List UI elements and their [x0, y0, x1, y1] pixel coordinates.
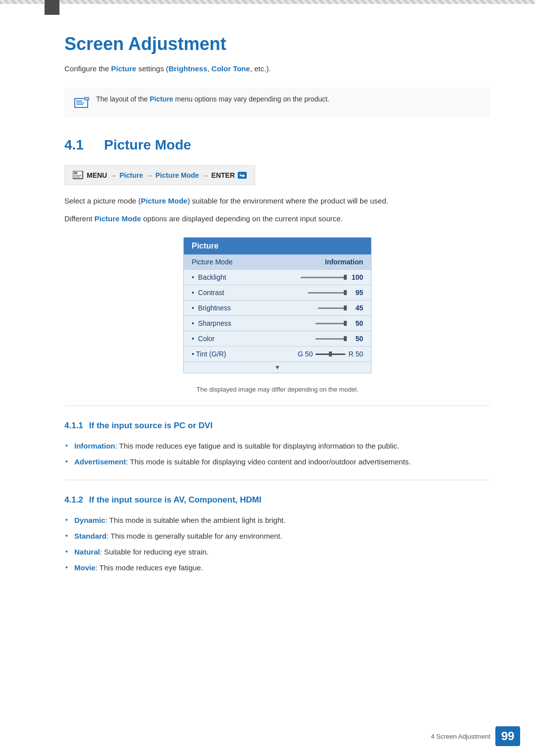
picture-ui-wrapper: Picture Picture Mode Information • Backl… — [64, 237, 490, 373]
picture-mode-row: Picture Mode Information — [184, 254, 371, 270]
term-movie: Movie — [74, 563, 96, 572]
footer: 4 Screen Adjustment 99 — [431, 726, 520, 746]
menu-arrow-2: → — [146, 172, 153, 179]
footer-section-text: 4 Screen Adjustment — [431, 733, 490, 740]
menu-path-menu: MENU — [87, 171, 107, 179]
svg-rect-4 — [76, 104, 83, 105]
svg-rect-9 — [74, 175, 82, 176]
color-value: 50 — [349, 335, 363, 343]
subtitle-colortone-bold: Color Tone — [212, 64, 250, 73]
brightness-label: • Brightness — [192, 304, 231, 312]
picture-ui-box: Picture Picture Mode Information • Backl… — [183, 237, 372, 373]
body-text-1: Select a picture mode (Picture Mode) sui… — [64, 195, 490, 207]
note-box: The layout of the Picture menu options m… — [64, 88, 490, 117]
subsection-2-number: 4.1.2 — [64, 495, 83, 505]
list-item-dynamic: Dynamic: This mode is suitable when the … — [64, 512, 490, 528]
list-item-movie: Movie: This mode reduces eye fatigue. — [64, 560, 490, 576]
body-picturemode-2: Picture Mode — [95, 214, 141, 223]
top-bar-accent — [45, 0, 59, 15]
svg-rect-3 — [76, 102, 84, 103]
tint-slider — [316, 353, 345, 355]
section-heading: 4.1 Picture Mode — [64, 137, 490, 153]
divider-1 — [64, 405, 490, 406]
list-item-standard: Standard: This mode is generally suitabl… — [64, 528, 490, 544]
contrast-right: 95 — [308, 289, 363, 297]
color-slider — [316, 338, 345, 340]
subsection-1-title: If the input source is PC or DVI — [89, 421, 213, 431]
contrast-value: 95 — [349, 289, 363, 297]
page-title: Screen Adjustment — [64, 24, 490, 54]
color-row: • Color 50 — [184, 331, 371, 347]
subsection-1-list: Information: This mode reduces eye fatig… — [64, 438, 490, 470]
list-item-information: Information: This mode reduces eye fatig… — [64, 438, 490, 454]
subsection-2-title: If the input source is AV, Component, HD… — [89, 495, 262, 505]
sharpness-value: 50 — [349, 319, 363, 327]
tint-values: G 50 R 50 — [298, 350, 363, 358]
picture-mode-value: Information — [325, 258, 363, 266]
body-text-2: Different Picture Mode options are displ… — [64, 213, 490, 225]
subsection-1-number: 4.1.1 — [64, 421, 83, 431]
contrast-slider — [308, 292, 345, 294]
contrast-label: • Contrast — [192, 289, 224, 297]
term-dynamic: Dynamic — [74, 516, 106, 524]
scroll-arrow-down: ▼ — [184, 362, 371, 373]
tint-g-value: G 50 — [298, 350, 313, 358]
menu-path: MENU → Picture → Picture Mode → ENTER — [64, 165, 255, 185]
brightness-row: • Brightness 45 — [184, 301, 371, 316]
svg-rect-10 — [74, 177, 80, 178]
menu-arrow-3: → — [202, 172, 209, 179]
brightness-right: 45 — [318, 304, 363, 312]
backlight-right: 100 — [301, 273, 363, 281]
tint-r-value: R 50 — [348, 350, 363, 358]
backlight-value: 100 — [349, 273, 363, 281]
note-icon — [74, 96, 90, 110]
subsection-1-heading: 4.1.1 If the input source is PC or DVI — [64, 421, 490, 431]
term-information: Information — [74, 442, 115, 450]
top-bar — [0, 0, 535, 4]
svg-rect-6 — [85, 98, 89, 100]
subsection-2-heading: 4.1.2 If the input source is AV, Compone… — [64, 495, 490, 505]
menu-arrow-1: → — [110, 172, 116, 179]
divider-2 — [64, 480, 490, 480]
backlight-slider — [301, 277, 345, 278]
sharpness-right: 50 — [316, 319, 363, 327]
main-content: Screen Adjustment Configure the Picture … — [0, 4, 535, 615]
section-number: 4.1 — [64, 137, 89, 153]
body-picturemode-1: Picture Mode — [141, 197, 187, 205]
enter-icon — [238, 172, 247, 179]
menu-path-picturemode: Picture Mode — [156, 171, 199, 179]
sharpness-label: • Sharpness — [192, 319, 231, 327]
footer-page-badge: 99 — [495, 726, 520, 746]
caption: The displayed image may differ depending… — [64, 386, 490, 393]
contrast-row: • Contrast 95 — [184, 285, 371, 301]
picture-mode-label: Picture Mode — [192, 258, 232, 266]
color-right: 50 — [316, 335, 363, 343]
section-title: Picture Mode — [104, 137, 191, 153]
list-item-advertisement: Advertisement: This mode is suitable for… — [64, 454, 490, 470]
tint-row: • Tint (G/R) G 50 R 50 — [184, 347, 371, 362]
svg-rect-8 — [74, 172, 77, 174]
natural-text: : Suitable for reducing eye strain. — [100, 548, 209, 556]
term-advertisement: Advertisement — [74, 457, 126, 466]
sharpness-slider — [316, 323, 345, 324]
note-picture-bold: Picture — [150, 95, 173, 103]
list-item-natural: Natural: Suitable for reducing eye strai… — [64, 544, 490, 560]
color-label: • Color — [192, 335, 214, 343]
info-text: : This mode reduces eye fatigue and is s… — [115, 442, 399, 450]
term-natural: Natural — [74, 548, 100, 556]
brightness-slider — [318, 307, 345, 309]
page-wrapper: Screen Adjustment Configure the Picture … — [0, 0, 535, 756]
menu-path-enter: ENTER — [212, 171, 235, 179]
svg-rect-11 — [238, 172, 247, 179]
backlight-label: • Backlight — [192, 273, 226, 281]
term-standard: Standard — [74, 532, 107, 540]
subtitle-text: Configure the Picture settings (Brightne… — [64, 64, 490, 73]
note-text: The layout of the Picture menu options m… — [96, 95, 329, 103]
sharpness-row: • Sharpness 50 — [184, 316, 371, 331]
brightness-value: 45 — [349, 304, 363, 312]
picture-ui-header: Picture — [184, 238, 371, 254]
adv-text: : This mode is suitable for displaying v… — [126, 457, 411, 466]
menu-icon — [73, 171, 84, 180]
backlight-row: • Backlight 100 — [184, 270, 371, 285]
menu-path-picture: Picture — [119, 171, 143, 179]
